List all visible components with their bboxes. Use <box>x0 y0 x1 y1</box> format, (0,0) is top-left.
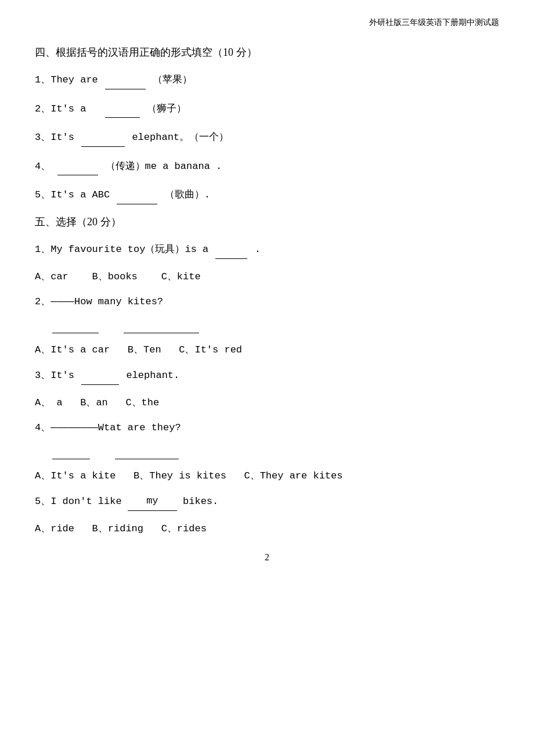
q4-4-text-after: （传递）me a banana . <box>106 161 222 172</box>
q4-3-blank <box>81 128 125 147</box>
q5-3-text-after: elephant. <box>126 370 179 381</box>
q5-4-stem: 4、————————Wtat are they? <box>35 422 181 433</box>
q5-3-blank <box>81 366 119 385</box>
page-number: 2 <box>35 552 499 563</box>
q5-4-line2 <box>115 447 179 459</box>
question-5-4: 4、————————Wtat are they? <box>35 419 499 437</box>
question-4-5: 5、It's a ABC （歌曲）. <box>35 186 499 204</box>
q4-1-blank <box>105 71 146 89</box>
q4-4-text-before: 4、 <box>35 161 50 172</box>
q5-4-response <box>52 447 499 459</box>
q5-3-options: A、 a B、an C、the <box>35 395 499 409</box>
q5-5-text-before: 5、I don't like <box>35 496 128 507</box>
q4-5-text-after: （歌曲）. <box>165 189 210 200</box>
q5-5-blank: my <box>128 492 177 511</box>
q4-3-text-after: elephant。（一个） <box>132 132 229 143</box>
q5-2-line1 <box>52 321 99 333</box>
q5-2-response <box>52 321 499 333</box>
q4-3-text-before: 3、It's <box>35 132 80 143</box>
question-4-2: 2、It's a （狮子） <box>35 100 499 118</box>
q5-2-options: A、It's a car B、Ten C、It's red <box>35 343 499 356</box>
q4-1-text-before: 1、They are <box>35 74 104 85</box>
q5-4-line1 <box>52 447 90 459</box>
question-5-2: 2、————How many kites? <box>35 293 499 311</box>
q5-2-line2 <box>124 321 199 333</box>
q4-5-text-before: 5、It's a ABC <box>35 189 110 200</box>
section5-title: 五、选择（20 分） <box>35 215 499 229</box>
q5-3-text-before: 3、It's <box>35 370 80 381</box>
q5-5-options: A、ride B、riding C、rides <box>35 521 499 535</box>
q4-2-text-after: （狮子） <box>147 103 186 114</box>
q4-4-blank <box>57 157 98 176</box>
question-5-1: 1、My favourite toy（玩具）is a . <box>35 240 499 259</box>
section4-title: 四、根据括号的汉语用正确的形式填空（10 分） <box>35 45 499 59</box>
q5-1-blank <box>215 240 247 259</box>
question-4-4: 4、 （传递）me a banana . <box>35 157 499 176</box>
q4-1-text-after: （苹果） <box>153 74 192 85</box>
q5-1-text-after: . <box>255 244 261 255</box>
q5-1-stem: 1、My favourite toy（玩具）is a <box>35 244 214 255</box>
q5-4-options: A、It's a kite B、They is kites C、They are… <box>35 469 499 482</box>
q4-5-blank <box>117 186 157 204</box>
q5-2-stem: 2、————How many kites? <box>35 296 163 307</box>
q4-2-text-before: 2、It's a <box>35 103 98 114</box>
question-5-5: 5、I don't like my bikes. <box>35 492 499 511</box>
question-4-1: 1、They are （苹果） <box>35 71 499 89</box>
question-5-3: 3、It's elephant. <box>35 366 499 385</box>
question-4-3: 3、It's elephant。（一个） <box>35 128 499 147</box>
q5-5-text-after: bikes. <box>183 496 218 507</box>
q5-1-options: A、car B、books C、kite <box>35 269 499 283</box>
page-header: 外研社版三年级英语下册期中测试题 <box>35 17 499 28</box>
q4-2-blank <box>105 100 140 118</box>
